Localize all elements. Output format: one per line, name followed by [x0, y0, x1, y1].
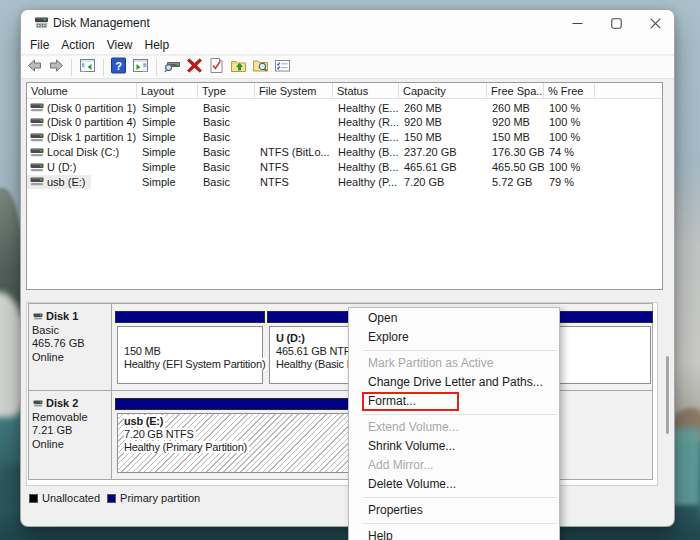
column-header-status[interactable]: Status [333, 83, 399, 99]
cell-pct: 79 % [544, 175, 595, 190]
forward-arrow-icon [48, 57, 65, 78]
context-menu-item-markpartitionasactive: Mark Partition as Active [349, 354, 559, 373]
graphical-view: Disk 1Basic465.76 GBOnline 150 MBHealthy… [26, 302, 658, 486]
toolbar-console-tree-button[interactable] [79, 59, 96, 76]
cell-status: Healthy (E... [333, 130, 399, 145]
disk-type: Removable [29, 411, 111, 425]
vertical-scrollbar-thumb[interactable] [666, 356, 669, 434]
minimize-icon [572, 18, 583, 29]
column-header-layout[interactable]: Layout [137, 83, 198, 99]
drive-inspect-icon [164, 57, 181, 78]
context-menu-item-changedriveletterandpaths[interactable]: Change Drive Letter and Paths... [349, 373, 559, 392]
back-arrow-icon [26, 57, 43, 78]
cell-capacity: 465.61 GB [399, 160, 487, 175]
disk-management-app-icon [34, 15, 49, 30]
toolbar-back-arrow-button[interactable] [26, 59, 43, 76]
cell-status: Healthy (P... [333, 175, 399, 190]
cell-layout: Simple [137, 115, 198, 130]
window-title: Disk Management [53, 10, 150, 36]
cell-capacity: 7.20 GB [399, 175, 487, 190]
cell-layout: Simple [137, 130, 198, 145]
cell-fs [255, 115, 333, 130]
column-header-type[interactable]: Type [198, 83, 255, 99]
volume-row-1[interactable]: (Disk 0 partition 1)SimpleBasicHealthy (… [27, 101, 662, 116]
context-menu-item-extendvolume: Extend Volume... [349, 418, 559, 437]
column-header-capacity[interactable]: Capacity [399, 83, 487, 99]
menubar-item-view[interactable]: View [101, 36, 139, 54]
legend-swatch-unallocated [29, 494, 38, 503]
disk-info-2[interactable]: Disk 2Removable7.21 GBOnline [29, 391, 112, 479]
cell-type: Basic [198, 115, 255, 130]
menubar-item-help[interactable]: Help [139, 36, 176, 54]
partition-block-150-mb[interactable]: 150 MBHealthy (EFI System Partition) [115, 304, 265, 390]
toolbar-drive-inspect-button[interactable] [164, 59, 181, 76]
column-header-filesystem[interactable]: File System [255, 83, 333, 99]
menubar-item-action[interactable]: Action [55, 36, 100, 54]
volume-row-3[interactable]: (Disk 1 partition 1)SimpleBasicHealthy (… [27, 130, 662, 145]
cell-layout: Simple [137, 145, 198, 160]
cell-free: 5.72 GB [487, 175, 544, 190]
volume-label-selected: usb (E:) [27, 175, 91, 189]
menubar-item-file[interactable]: File [24, 36, 55, 54]
cell-volume: (Disk 0 partition 1) [27, 101, 137, 116]
volume-label: (Disk 0 partition 4) [27, 116, 137, 130]
cell-fs: NTFS [255, 175, 333, 190]
cell-fs: NTFS (BitLo... [255, 145, 333, 160]
context-menu-separator [363, 523, 557, 524]
cell-capacity: 150 MB [399, 130, 487, 145]
cell-pct: 100 % [544, 115, 595, 130]
toolbar-properties-list-button[interactable] [274, 59, 291, 76]
titlebar[interactable]: Disk Management [21, 10, 674, 36]
disk-size: 465.76 GB [29, 337, 111, 351]
toolbar-action-pane-button[interactable] [132, 59, 149, 76]
cell-free: 176.30 GB [487, 145, 544, 160]
volume-row-5[interactable]: U (D:)SimpleBasicNTFSHealthy (B...465.61… [27, 160, 662, 175]
minimize-button[interactable] [560, 10, 594, 36]
cell-layout: Simple [137, 101, 198, 116]
toolbar-forward-arrow-button[interactable] [48, 59, 65, 76]
volume-row-2[interactable]: (Disk 0 partition 4)SimpleBasicHealthy (… [27, 115, 662, 130]
context-menu-separator [363, 414, 557, 415]
context-menu-item-properties[interactable]: Properties [349, 501, 559, 520]
volume-row-6[interactable]: usb (E:)SimpleBasicNTFSHealthy (P...7.20… [27, 175, 662, 190]
close-button[interactable] [638, 10, 672, 36]
context-menu-item-open[interactable]: Open [349, 309, 559, 328]
context-menu-item-shrinkvolume[interactable]: Shrink Volume... [349, 437, 559, 456]
volume-list-header: VolumeLayoutTypeFile SystemStatusCapacit… [27, 83, 662, 99]
disk-name: Disk 1 [29, 304, 111, 324]
context-menu-item-format[interactable]: Format... [349, 392, 559, 411]
maximize-button[interactable] [599, 10, 633, 36]
volume-label: U (D:) [27, 160, 81, 174]
close-icon [650, 18, 661, 29]
cell-fs [255, 101, 333, 116]
svg-text:?: ? [115, 59, 122, 71]
context-menu-item-help[interactable]: Help [349, 527, 559, 540]
column-header-filler [595, 83, 662, 99]
context-menu-item-explore[interactable]: Explore [349, 328, 559, 347]
delete-red-x-icon [186, 57, 203, 78]
context-menu-item-addmirror: Add Mirror... [349, 456, 559, 475]
cell-capacity: 920 MB [399, 115, 487, 130]
cell-free: 150 MB [487, 130, 544, 145]
folder-search-icon [252, 57, 269, 78]
cell-capacity: 237.20 GB [399, 145, 487, 160]
toolbar-folder-up-button[interactable] [230, 59, 247, 76]
console-tree-icon [79, 57, 96, 78]
context-menu-separator [363, 350, 557, 351]
toolbar-help-button[interactable]: ? [110, 59, 127, 76]
toolbar-folder-search-button[interactable] [252, 59, 269, 76]
partition-body: 150 MBHealthy (EFI System Partition) [117, 326, 263, 384]
column-header-free[interactable]: % Free [544, 83, 595, 99]
cell-pct: 100 % [544, 160, 595, 175]
disk-info-1[interactable]: Disk 1Basic465.76 GBOnline [29, 304, 112, 390]
toolbar-delete-red-x-button[interactable] [186, 59, 203, 76]
folder-up-icon [230, 57, 247, 78]
volume-row-4[interactable]: Local Disk (C:)SimpleBasicNTFS (BitLo...… [27, 145, 662, 160]
toolbar-mark-active-check-button[interactable] [208, 59, 225, 76]
column-header-volume[interactable]: Volume [27, 83, 137, 99]
cell-volume: usb (E:) [27, 175, 137, 190]
context-menu-item-deletevolume[interactable]: Delete Volume... [349, 475, 559, 494]
cell-status: Healthy (B... [333, 145, 399, 160]
cell-pct: 100 % [544, 130, 595, 145]
column-header-freespa[interactable]: Free Spa... [487, 83, 544, 99]
